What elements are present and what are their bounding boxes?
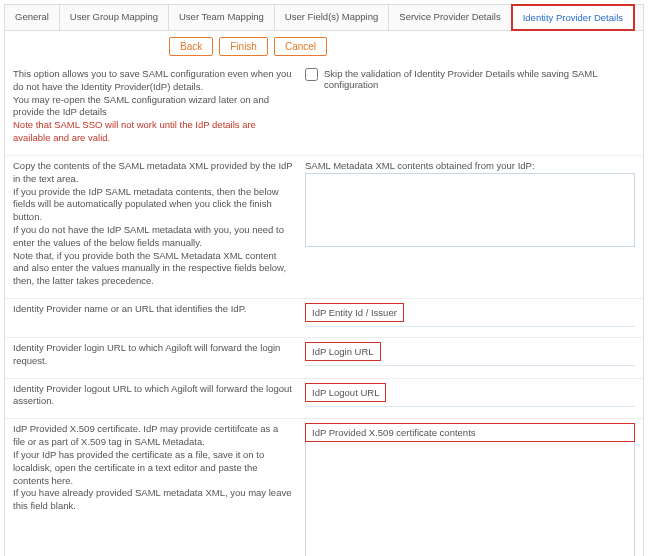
metadata-xml-textarea[interactable]	[305, 173, 635, 247]
intro-warning: Note that SAML SSO will not work until t…	[13, 119, 256, 143]
tab-user-team-mapping[interactable]: User Team Mapping	[169, 5, 275, 30]
intro-line2: You may re-open the SAML configuration w…	[13, 94, 269, 118]
intro-text: This option allows you to save SAML conf…	[13, 68, 305, 145]
finish-button[interactable]: Finish	[219, 37, 268, 56]
cert-desc1: IdP Provided X.509 certificate. IdP may …	[13, 423, 278, 447]
tab-service-provider-details[interactable]: Service Provider Details	[389, 5, 511, 30]
tab-general[interactable]: General	[5, 5, 60, 30]
top-button-row: Back Finish Cancel	[5, 31, 643, 64]
metadata-xml-label: SAML Metadata XML contents obtained from…	[305, 160, 635, 171]
tab-bar: General User Group Mapping User Team Map…	[5, 5, 643, 31]
idp-entity-input[interactable]: IdP Entity Id / Issuer	[305, 303, 404, 322]
metadata-instr4: Note that, if you provide both the SAML …	[13, 250, 286, 287]
login-desc: Identity Provider login URL to which Agi…	[13, 342, 305, 368]
idp-login-input[interactable]: IdP Login URL	[305, 342, 381, 361]
tab-identity-provider-details[interactable]: Identity Provider Details	[511, 4, 635, 31]
idp-cert-textarea[interactable]	[305, 442, 635, 556]
skip-validation-label: Skip the validation of Identity Provider…	[324, 68, 635, 90]
entity-desc: Identity Provider name or an URL that id…	[13, 303, 305, 327]
idp-logout-input[interactable]: IdP Logout URL	[305, 383, 386, 402]
metadata-instr3: If you do not have the IdP SAML metadata…	[13, 224, 284, 248]
tab-user-fields-mapping[interactable]: User Field(s) Mapping	[275, 5, 389, 30]
skip-validation-checkbox[interactable]	[305, 68, 318, 81]
skip-validation-row[interactable]: Skip the validation of Identity Provider…	[305, 68, 635, 90]
metadata-instructions: Copy the contents of the SAML metadata X…	[13, 160, 305, 288]
idp-cert-label: IdP Provided X.509 certificate contents	[305, 423, 635, 442]
cert-desc2: If your IdP has provided the certificate…	[13, 449, 264, 486]
cancel-button[interactable]: Cancel	[274, 37, 327, 56]
tab-user-group-mapping[interactable]: User Group Mapping	[60, 5, 169, 30]
metadata-instr1: Copy the contents of the SAML metadata X…	[13, 160, 293, 184]
cert-desc3: If you have already provided SAML metada…	[13, 487, 291, 511]
intro-line1: This option allows you to save SAML conf…	[13, 68, 291, 92]
cert-desc: IdP Provided X.509 certificate. IdP may …	[13, 423, 305, 556]
metadata-instr2: If you provide the IdP SAML metadata con…	[13, 186, 279, 223]
logout-desc: Identity Provider logout URL to which Ag…	[13, 383, 305, 409]
back-button[interactable]: Back	[169, 37, 213, 56]
